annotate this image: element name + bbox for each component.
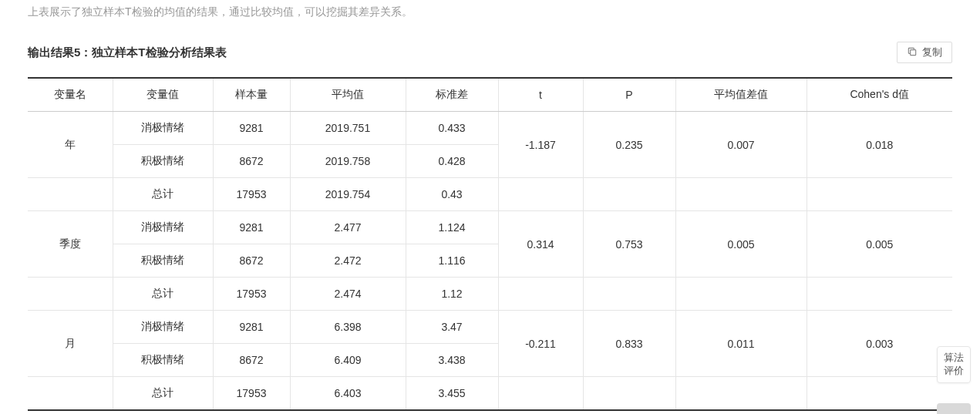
- intro-text: 上表展示了独立样本T检验的均值的结果，通过比较均值，可以挖掘其差异关系。: [28, 0, 952, 20]
- cell-empty: [498, 278, 583, 311]
- table-row: 月消极情绪92816.3983.47-0.2110.8330.0110.003: [28, 311, 952, 344]
- results-table: 变量名 变量值 样本量 平均值 标准差 t P 平均值差值 Cohen's d值…: [28, 77, 952, 411]
- th-p: P: [583, 78, 675, 112]
- cell-mean: 2.474: [290, 278, 406, 311]
- cell-varname: 年: [28, 112, 113, 178]
- cell-n: 8672: [213, 145, 290, 178]
- cell-empty: [583, 178, 675, 211]
- cell-varname-empty: [28, 377, 113, 411]
- cell-t: -1.187: [498, 112, 583, 178]
- cell-n: 8672: [213, 244, 290, 278]
- copy-label: 复制: [922, 45, 942, 59]
- cell-empty: [807, 377, 952, 411]
- algorithm-eval-button[interactable]: 算法评价: [937, 346, 971, 383]
- cell-varval: 消极情绪: [113, 211, 213, 244]
- cell-p: 0.833: [583, 311, 675, 377]
- cell-mean: 2019.754: [290, 178, 406, 211]
- cell-std: 3.455: [406, 377, 498, 411]
- th-varval: 变量值: [113, 78, 213, 112]
- cell-empty: [583, 377, 675, 411]
- cell-varval: 总计: [113, 278, 213, 311]
- th-varname: 变量名: [28, 78, 113, 112]
- cell-empty: [498, 377, 583, 411]
- cell-std: 1.124: [406, 211, 498, 244]
- th-std: 标准差: [406, 78, 498, 112]
- cell-diff: 0.005: [675, 211, 807, 278]
- table-row: 季度消极情绪92812.4771.1240.3140.7530.0050.005: [28, 211, 952, 244]
- cell-empty: [807, 178, 952, 211]
- cell-varname: 月: [28, 311, 113, 377]
- cell-mean: 2019.751: [290, 112, 406, 145]
- cell-diff: 0.007: [675, 112, 807, 178]
- cell-n: 9281: [213, 211, 290, 244]
- cell-t: 0.314: [498, 211, 583, 278]
- cell-mean: 2.472: [290, 244, 406, 278]
- cell-mean: 2019.758: [290, 145, 406, 178]
- cell-mean: 2.477: [290, 211, 406, 244]
- cell-diff: 0.011: [675, 311, 807, 377]
- cell-empty: [583, 278, 675, 311]
- th-diff: 平均值差值: [675, 78, 807, 112]
- cell-varval: 积极情绪: [113, 344, 213, 377]
- cell-empty: [675, 377, 807, 411]
- cell-n: 17953: [213, 178, 290, 211]
- cell-mean: 6.403: [290, 377, 406, 411]
- cell-std: 3.47: [406, 311, 498, 344]
- cell-varval: 消极情绪: [113, 112, 213, 145]
- cell-std: 3.438: [406, 344, 498, 377]
- floating-panel-edge: [937, 403, 971, 411]
- cell-t: -0.211: [498, 311, 583, 377]
- cell-empty: [675, 178, 807, 211]
- cell-mean: 6.409: [290, 344, 406, 377]
- table-row: 总计179536.4033.455: [28, 377, 952, 411]
- table-row: 总计179532.4741.12: [28, 278, 952, 311]
- cell-cohen: 0.003: [807, 311, 952, 377]
- copy-icon: [907, 46, 918, 59]
- cell-varname-empty: [28, 178, 113, 211]
- th-mean: 平均值: [290, 78, 406, 112]
- table-row: 年消极情绪92812019.7510.433-1.1870.2350.0070.…: [28, 112, 952, 145]
- cell-std: 1.116: [406, 244, 498, 278]
- cell-n: 9281: [213, 311, 290, 344]
- cell-p: 0.235: [583, 112, 675, 178]
- section-title: 输出结果5：独立样本T检验分析结果表: [28, 45, 227, 60]
- cell-empty: [807, 278, 952, 311]
- cell-n: 17953: [213, 278, 290, 311]
- cell-n: 17953: [213, 377, 290, 411]
- cell-std: 1.12: [406, 278, 498, 311]
- cell-varval: 总计: [113, 377, 213, 411]
- cell-varval: 积极情绪: [113, 145, 213, 178]
- th-t: t: [498, 78, 583, 112]
- cell-varval: 积极情绪: [113, 244, 213, 278]
- cell-n: 8672: [213, 344, 290, 377]
- th-n: 样本量: [213, 78, 290, 112]
- cell-empty: [498, 178, 583, 211]
- cell-varval: 消极情绪: [113, 311, 213, 344]
- cell-p: 0.753: [583, 211, 675, 278]
- cell-varval: 总计: [113, 178, 213, 211]
- cell-n: 9281: [213, 112, 290, 145]
- cell-mean: 6.398: [290, 311, 406, 344]
- cell-empty: [675, 278, 807, 311]
- copy-button[interactable]: 复制: [897, 42, 952, 63]
- cell-cohen: 0.018: [807, 112, 952, 178]
- cell-std: 0.43: [406, 178, 498, 211]
- cell-std: 0.433: [406, 112, 498, 145]
- cell-varname: 季度: [28, 211, 113, 278]
- cell-varname-empty: [28, 278, 113, 311]
- th-cohen: Cohen's d值: [807, 78, 952, 112]
- table-row: 总计179532019.7540.43: [28, 178, 952, 211]
- cell-cohen: 0.005: [807, 211, 952, 278]
- cell-std: 0.428: [406, 145, 498, 178]
- svg-rect-0: [911, 50, 916, 56]
